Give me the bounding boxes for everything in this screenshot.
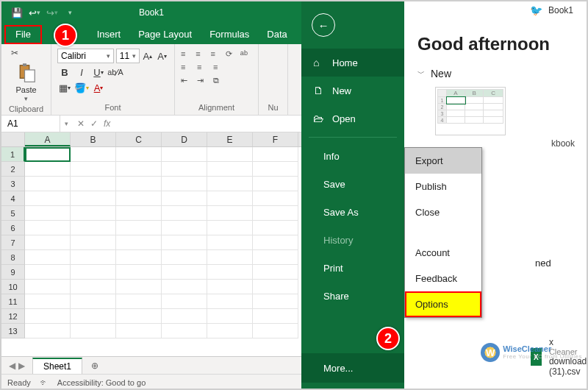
cell[interactable] bbox=[253, 162, 298, 177]
cell[interactable] bbox=[71, 162, 116, 177]
nav-new[interactable]: 🗋New bbox=[301, 77, 404, 104]
row-header[interactable]: 6 bbox=[1, 221, 25, 235]
name-box[interactable]: A1 bbox=[1, 116, 60, 132]
cell[interactable] bbox=[253, 221, 298, 235]
align-top-icon[interactable]: ≡ bbox=[181, 49, 193, 60]
cell[interactable] bbox=[253, 294, 298, 309]
nav-info[interactable]: Info bbox=[301, 142, 404, 170]
sheet-nav-prev-icon[interactable]: ◀ bbox=[9, 361, 15, 371]
cell[interactable] bbox=[207, 162, 253, 177]
cell[interactable] bbox=[207, 265, 253, 280]
row-header[interactable]: 9 bbox=[1, 265, 25, 280]
cell[interactable] bbox=[71, 177, 116, 191]
sheet-nav-next-icon[interactable]: ▶ bbox=[18, 361, 25, 371]
cell[interactable] bbox=[253, 177, 298, 191]
underline-icon[interactable]: U▾ bbox=[91, 65, 106, 79]
nav-home[interactable]: ⌂Home bbox=[301, 49, 404, 77]
row-header[interactable]: 4 bbox=[1, 191, 25, 206]
cell[interactable] bbox=[253, 250, 298, 265]
cell[interactable] bbox=[25, 309, 71, 324]
sheet-tab-sheet1[interactable]: Sheet1 bbox=[32, 358, 82, 374]
tab-page-layout[interactable]: Page Layout bbox=[129, 25, 201, 44]
popup-close[interactable]: Close bbox=[405, 199, 481, 225]
cell[interactable] bbox=[116, 235, 162, 250]
cell[interactable] bbox=[207, 324, 253, 338]
cell[interactable] bbox=[253, 191, 298, 206]
cell[interactable] bbox=[25, 294, 71, 309]
fill-color-icon[interactable]: 🪣▾ bbox=[74, 81, 89, 94]
cell[interactable] bbox=[162, 250, 207, 265]
row-header[interactable]: 13 bbox=[1, 324, 25, 338]
cell[interactable] bbox=[207, 147, 253, 162]
cell[interactable] bbox=[207, 250, 253, 265]
cell[interactable] bbox=[116, 324, 162, 338]
nav-more[interactable]: More... bbox=[301, 353, 404, 383]
cell[interactable] bbox=[162, 309, 207, 324]
cancel-formula-icon[interactable]: ✕ bbox=[77, 118, 85, 129]
row-header[interactable]: 3 bbox=[1, 177, 25, 191]
nav-open[interactable]: 🗁Open bbox=[301, 104, 404, 132]
borders-icon[interactable]: ▦▾ bbox=[57, 81, 72, 94]
cell[interactable] bbox=[162, 221, 207, 235]
wrap-text-icon[interactable]: ab bbox=[240, 49, 252, 60]
row-header[interactable]: 5 bbox=[1, 206, 25, 221]
cell[interactable] bbox=[71, 206, 116, 221]
row-header[interactable]: 8 bbox=[1, 250, 25, 265]
align-right-icon[interactable]: ≡ bbox=[213, 63, 226, 73]
increase-indent-icon[interactable]: ⇥ bbox=[197, 76, 210, 86]
col-header[interactable]: A bbox=[25, 132, 71, 146]
cell[interactable] bbox=[253, 309, 298, 324]
row-header[interactable]: 12 bbox=[1, 309, 25, 324]
cell[interactable] bbox=[25, 162, 71, 177]
cell[interactable] bbox=[71, 294, 116, 309]
cell[interactable] bbox=[25, 177, 71, 191]
popup-options[interactable]: Options bbox=[405, 291, 481, 317]
cell[interactable] bbox=[71, 221, 116, 235]
tab-formulas[interactable]: Formulas bbox=[201, 25, 258, 44]
popup-account[interactable]: Account bbox=[405, 240, 481, 266]
back-button[interactable]: ← bbox=[312, 13, 335, 37]
section-new[interactable]: ﹀New bbox=[417, 68, 575, 79]
font-name-combo[interactable]: Calibri▾ bbox=[57, 49, 114, 63]
cell[interactable] bbox=[207, 235, 253, 250]
cell[interactable] bbox=[25, 280, 71, 294]
cell[interactable] bbox=[71, 280, 116, 294]
cell[interactable] bbox=[162, 177, 207, 191]
cut-icon[interactable]: ✂ bbox=[7, 46, 22, 60]
cell[interactable] bbox=[207, 206, 253, 221]
cell[interactable] bbox=[25, 324, 71, 338]
cell[interactable] bbox=[162, 235, 207, 250]
cell[interactable] bbox=[162, 162, 207, 177]
col-header[interactable]: D bbox=[162, 132, 207, 146]
save-icon[interactable]: 💾 bbox=[9, 4, 25, 21]
cell[interactable] bbox=[116, 162, 162, 177]
cell[interactable] bbox=[162, 191, 207, 206]
popup-export[interactable]: Export bbox=[405, 148, 481, 174]
tab-insert[interactable]: Insert bbox=[88, 25, 130, 44]
cell[interactable] bbox=[71, 265, 116, 280]
font-color-icon[interactable]: A▾ bbox=[91, 81, 106, 94]
cell[interactable] bbox=[116, 250, 162, 265]
name-box-dropdown-icon[interactable]: ▾ bbox=[60, 120, 73, 127]
align-left-icon[interactable]: ≡ bbox=[181, 63, 194, 73]
tab-file[interactable]: File bbox=[4, 25, 42, 44]
popup-feedback[interactable]: Feedback bbox=[405, 266, 481, 291]
redo-icon[interactable]: ↪▾ bbox=[44, 4, 60, 21]
cell[interactable] bbox=[253, 235, 298, 250]
add-sheet-icon[interactable]: ⊕ bbox=[87, 358, 103, 374]
cell[interactable] bbox=[253, 324, 298, 338]
align-center-icon[interactable]: ≡ bbox=[197, 63, 210, 73]
row-header[interactable]: 2 bbox=[1, 162, 25, 177]
col-header[interactable]: E bbox=[207, 132, 253, 146]
cell[interactable] bbox=[25, 206, 71, 221]
col-header[interactable]: C bbox=[116, 132, 162, 146]
nav-share[interactable]: Share bbox=[301, 282, 404, 310]
align-middle-icon[interactable]: ≡ bbox=[196, 49, 207, 60]
cell[interactable] bbox=[25, 221, 71, 235]
cell[interactable] bbox=[162, 324, 207, 338]
cell[interactable] bbox=[71, 309, 116, 324]
cell[interactable] bbox=[207, 309, 253, 324]
decrease-font-icon[interactable]: A▾ bbox=[156, 49, 168, 63]
cell[interactable] bbox=[116, 206, 162, 221]
row-header[interactable]: 10 bbox=[1, 280, 25, 294]
